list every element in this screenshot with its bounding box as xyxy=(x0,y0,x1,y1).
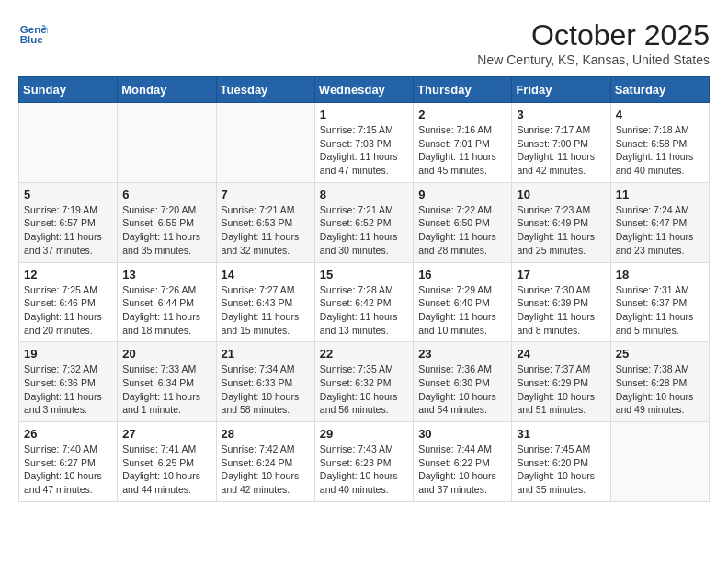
day-info: Sunrise: 7:21 AM Sunset: 6:53 PM Dayligh… xyxy=(222,203,310,258)
day-info: Sunrise: 7:38 AM Sunset: 6:28 PM Dayligh… xyxy=(616,362,704,417)
calendar-cell: 7Sunrise: 7:21 AM Sunset: 6:53 PM Daylig… xyxy=(216,182,314,262)
calendar-cell: 26Sunrise: 7:40 AM Sunset: 6:27 PM Dayli… xyxy=(19,422,118,502)
location: New Century, KS, Kansas, United States xyxy=(477,52,710,67)
day-info: Sunrise: 7:19 AM Sunset: 6:57 PM Dayligh… xyxy=(24,203,112,258)
calendar-cell: 14Sunrise: 7:27 AM Sunset: 6:43 PM Dayli… xyxy=(216,262,314,342)
day-number: 22 xyxy=(320,347,408,361)
calendar-cell: 8Sunrise: 7:21 AM Sunset: 6:52 PM Daylig… xyxy=(314,182,413,262)
calendar-cell: 5Sunrise: 7:19 AM Sunset: 6:57 PM Daylig… xyxy=(19,182,118,262)
day-info: Sunrise: 7:15 AM Sunset: 7:03 PM Dayligh… xyxy=(320,123,408,178)
calendar-cell: 6Sunrise: 7:20 AM Sunset: 6:55 PM Daylig… xyxy=(118,182,216,262)
day-number: 21 xyxy=(222,347,310,361)
day-number: 8 xyxy=(320,188,408,201)
calendar-cell: 24Sunrise: 7:37 AM Sunset: 6:29 PM Dayli… xyxy=(512,342,610,422)
day-info: Sunrise: 7:16 AM Sunset: 7:01 PM Dayligh… xyxy=(418,123,506,178)
calendar-cell: 3Sunrise: 7:17 AM Sunset: 7:00 PM Daylig… xyxy=(512,103,610,183)
day-number: 19 xyxy=(24,347,112,361)
weekday-header-row: SundayMondayTuesdayWednesdayThursdayFrid… xyxy=(19,77,710,103)
day-info: Sunrise: 7:26 AM Sunset: 6:44 PM Dayligh… xyxy=(122,283,210,338)
day-info: Sunrise: 7:35 AM Sunset: 6:32 PM Dayligh… xyxy=(320,362,408,417)
day-number: 31 xyxy=(517,427,605,441)
calendar-cell: 28Sunrise: 7:42 AM Sunset: 6:24 PM Dayli… xyxy=(216,422,314,502)
day-number: 28 xyxy=(222,427,310,441)
day-info: Sunrise: 7:29 AM Sunset: 6:40 PM Dayligh… xyxy=(418,283,506,338)
calendar-table: SundayMondayTuesdayWednesdayThursdayFrid… xyxy=(18,76,710,502)
calendar-cell: 22Sunrise: 7:35 AM Sunset: 6:32 PM Dayli… xyxy=(314,342,413,422)
day-info: Sunrise: 7:43 AM Sunset: 6:23 PM Dayligh… xyxy=(320,442,408,497)
day-number: 1 xyxy=(320,108,408,121)
weekday-header-saturday: Saturday xyxy=(610,77,709,103)
calendar-cell: 30Sunrise: 7:44 AM Sunset: 6:22 PM Dayli… xyxy=(414,422,512,502)
day-number: 4 xyxy=(616,108,704,121)
calendar-cell: 12Sunrise: 7:25 AM Sunset: 6:46 PM Dayli… xyxy=(19,262,118,342)
day-number: 9 xyxy=(418,188,506,201)
day-info: Sunrise: 7:33 AM Sunset: 6:34 PM Dayligh… xyxy=(122,362,210,417)
day-number: 5 xyxy=(24,188,112,201)
calendar-cell: 31Sunrise: 7:45 AM Sunset: 6:20 PM Dayli… xyxy=(512,422,610,502)
calendar-cell: 17Sunrise: 7:30 AM Sunset: 6:39 PM Dayli… xyxy=(512,262,610,342)
calendar-cell xyxy=(118,103,216,183)
calendar-week-row: 12Sunrise: 7:25 AM Sunset: 6:46 PM Dayli… xyxy=(19,262,710,342)
logo: General Blue xyxy=(18,18,48,48)
calendar-cell xyxy=(610,422,709,502)
calendar-cell: 1Sunrise: 7:15 AM Sunset: 7:03 PM Daylig… xyxy=(314,103,413,183)
day-info: Sunrise: 7:17 AM Sunset: 7:00 PM Dayligh… xyxy=(517,123,605,178)
day-number: 7 xyxy=(222,188,310,201)
day-number: 17 xyxy=(517,268,605,282)
day-info: Sunrise: 7:20 AM Sunset: 6:55 PM Dayligh… xyxy=(122,203,210,258)
calendar-cell: 9Sunrise: 7:22 AM Sunset: 6:50 PM Daylig… xyxy=(414,182,512,262)
day-info: Sunrise: 7:32 AM Sunset: 6:36 PM Dayligh… xyxy=(24,362,112,417)
calendar-cell: 4Sunrise: 7:18 AM Sunset: 6:58 PM Daylig… xyxy=(610,103,709,183)
day-number: 12 xyxy=(24,268,112,282)
logo-icon: General Blue xyxy=(18,18,48,48)
day-info: Sunrise: 7:18 AM Sunset: 6:58 PM Dayligh… xyxy=(616,123,704,178)
day-number: 11 xyxy=(616,188,704,201)
day-number: 30 xyxy=(418,427,506,441)
day-info: Sunrise: 7:25 AM Sunset: 6:46 PM Dayligh… xyxy=(24,283,112,338)
page-header: General Blue October 2025 New Century, K… xyxy=(18,18,710,67)
day-number: 24 xyxy=(517,347,605,361)
day-number: 29 xyxy=(320,427,408,441)
weekday-header-sunday: Sunday xyxy=(19,77,118,103)
day-number: 25 xyxy=(616,347,704,361)
calendar-cell: 23Sunrise: 7:36 AM Sunset: 6:30 PM Dayli… xyxy=(414,342,512,422)
calendar-cell: 19Sunrise: 7:32 AM Sunset: 6:36 PM Dayli… xyxy=(19,342,118,422)
calendar-cell: 25Sunrise: 7:38 AM Sunset: 6:28 PM Dayli… xyxy=(610,342,709,422)
calendar-week-row: 5Sunrise: 7:19 AM Sunset: 6:57 PM Daylig… xyxy=(19,182,710,262)
calendar-cell: 21Sunrise: 7:34 AM Sunset: 6:33 PM Dayli… xyxy=(216,342,314,422)
calendar-cell: 15Sunrise: 7:28 AM Sunset: 6:42 PM Dayli… xyxy=(314,262,413,342)
day-info: Sunrise: 7:27 AM Sunset: 6:43 PM Dayligh… xyxy=(222,283,310,338)
weekday-header-friday: Friday xyxy=(512,77,610,103)
day-info: Sunrise: 7:44 AM Sunset: 6:22 PM Dayligh… xyxy=(418,442,506,497)
calendar-cell: 18Sunrise: 7:31 AM Sunset: 6:37 PM Dayli… xyxy=(610,262,709,342)
day-info: Sunrise: 7:21 AM Sunset: 6:52 PM Dayligh… xyxy=(320,203,408,258)
day-info: Sunrise: 7:45 AM Sunset: 6:20 PM Dayligh… xyxy=(517,442,605,497)
day-number: 2 xyxy=(418,108,506,121)
weekday-header-tuesday: Tuesday xyxy=(216,77,314,103)
day-number: 18 xyxy=(616,268,704,282)
day-number: 23 xyxy=(418,347,506,361)
day-info: Sunrise: 7:28 AM Sunset: 6:42 PM Dayligh… xyxy=(320,283,408,338)
day-info: Sunrise: 7:42 AM Sunset: 6:24 PM Dayligh… xyxy=(222,442,310,497)
day-info: Sunrise: 7:34 AM Sunset: 6:33 PM Dayligh… xyxy=(222,362,310,417)
calendar-cell xyxy=(19,103,118,183)
title-block: October 2025 New Century, KS, Kansas, Un… xyxy=(477,18,710,67)
day-info: Sunrise: 7:22 AM Sunset: 6:50 PM Dayligh… xyxy=(418,203,506,258)
calendar-cell: 2Sunrise: 7:16 AM Sunset: 7:01 PM Daylig… xyxy=(414,103,512,183)
day-info: Sunrise: 7:24 AM Sunset: 6:47 PM Dayligh… xyxy=(616,203,704,258)
calendar-cell: 29Sunrise: 7:43 AM Sunset: 6:23 PM Dayli… xyxy=(314,422,413,502)
calendar-cell: 20Sunrise: 7:33 AM Sunset: 6:34 PM Dayli… xyxy=(118,342,216,422)
day-number: 20 xyxy=(122,347,210,361)
calendar-cell xyxy=(216,103,314,183)
calendar-cell: 10Sunrise: 7:23 AM Sunset: 6:49 PM Dayli… xyxy=(512,182,610,262)
calendar-cell: 11Sunrise: 7:24 AM Sunset: 6:47 PM Dayli… xyxy=(610,182,709,262)
calendar-cell: 13Sunrise: 7:26 AM Sunset: 6:44 PM Dayli… xyxy=(118,262,216,342)
calendar-cell: 27Sunrise: 7:41 AM Sunset: 6:25 PM Dayli… xyxy=(118,422,216,502)
day-number: 27 xyxy=(122,427,210,441)
day-number: 26 xyxy=(24,427,112,441)
day-number: 10 xyxy=(517,188,605,201)
day-number: 6 xyxy=(122,188,210,201)
month-title: October 2025 xyxy=(477,18,710,52)
calendar-week-row: 19Sunrise: 7:32 AM Sunset: 6:36 PM Dayli… xyxy=(19,342,710,422)
day-info: Sunrise: 7:41 AM Sunset: 6:25 PM Dayligh… xyxy=(122,442,210,497)
